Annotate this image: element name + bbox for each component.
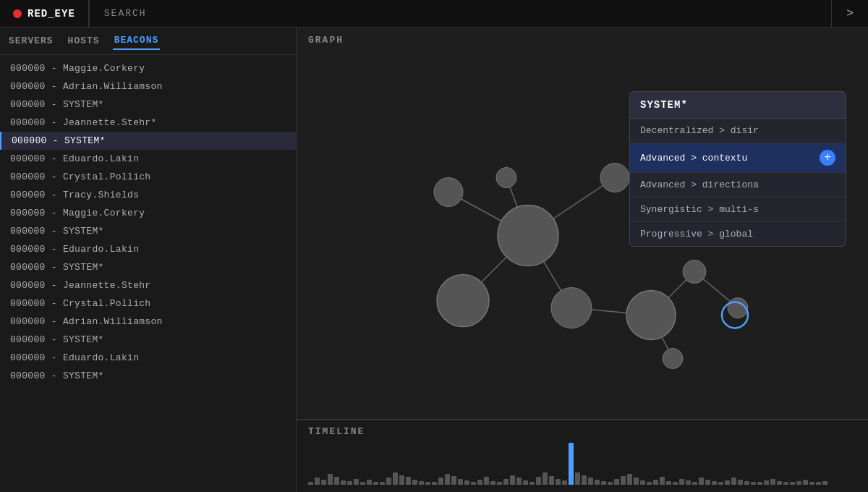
list-item[interactable]: 000000 - SYSTEM*	[0, 258, 296, 276]
timeline-bar	[542, 472, 548, 485]
svg-point-11	[496, 168, 516, 188]
timeline-bar	[653, 480, 658, 485]
popup-item[interactable]: Advanced > contextu+	[630, 143, 846, 173]
tab-bar: SERVERS HOSTS BEACONS	[0, 27, 296, 55]
popup-item[interactable]: Progressive > global	[630, 222, 846, 246]
timeline-bar	[399, 475, 404, 485]
list-item[interactable]: 000000 - Maggie.Corkery	[0, 204, 296, 222]
timeline-bar	[712, 481, 717, 485]
timeline-bar	[764, 480, 769, 485]
timeline-bar	[634, 478, 639, 485]
timeline-bar	[790, 482, 795, 485]
timeline-bar	[640, 480, 645, 485]
tab-servers[interactable]: SERVERS	[7, 33, 55, 49]
list-item[interactable]: 000000 - Maggie.Corkery	[0, 59, 296, 77]
list-item[interactable]: 000000 - Eduardo.Lakin	[0, 240, 296, 258]
timeline-bar	[438, 478, 443, 485]
search-bar[interactable]: SEARCH	[89, 0, 832, 27]
timeline-header: TIMELINE	[308, 426, 856, 437]
timeline-bar	[803, 480, 808, 485]
nav-arrow-button[interactable]: >	[832, 0, 868, 27]
timeline-bar	[347, 481, 352, 485]
right-panel: GRAPH	[297, 27, 868, 492]
beacon-list: 000000 - Maggie.Corkery000000 - Adrian.W…	[0, 55, 296, 492]
list-item[interactable]: 000000 - Adrian.Williamson	[0, 77, 296, 96]
timeline-bar	[816, 482, 821, 485]
tab-beacons[interactable]: BEACONS	[113, 32, 161, 50]
timeline-bar	[451, 476, 456, 485]
timeline-bar	[777, 481, 782, 485]
popup-items: Decentralized > disirAdvanced > contextu…	[630, 119, 846, 246]
list-item[interactable]: 000000 - Jeannette.Stehr	[0, 276, 296, 294]
top-bar: RED_EYE SEARCH >	[0, 0, 868, 27]
popup-item[interactable]: Synergistic > multi-s	[630, 198, 846, 222]
popup-item-text: Advanced > directiona	[640, 179, 759, 190]
list-item[interactable]: 000000 - Crystal.Pollich	[0, 294, 296, 313]
timeline-bar	[660, 477, 665, 485]
timeline-bar	[744, 481, 749, 485]
timeline-bar	[562, 480, 567, 485]
timeline-bar	[341, 480, 346, 485]
timeline-bar	[757, 482, 762, 485]
app-title: RED_EYE	[0, 0, 89, 27]
timeline-bar	[419, 481, 424, 485]
timeline-bar	[796, 481, 801, 485]
timeline-bar	[705, 480, 710, 485]
timeline-bar	[725, 480, 730, 485]
timeline-bar	[536, 477, 541, 485]
popup-title: SYSTEM*	[630, 92, 846, 119]
svg-point-10	[600, 164, 629, 192]
graph-header: GRAPH	[297, 27, 868, 53]
timeline-bar	[731, 478, 736, 485]
list-item[interactable]: 000000 - Eduardo.Lakin	[0, 349, 296, 367]
left-panel: SERVERS HOSTS BEACONS 000000 - Maggie.Co…	[0, 27, 297, 492]
timeline-bar	[510, 475, 515, 485]
timeline-bar	[321, 480, 326, 485]
plus-icon[interactable]: +	[820, 150, 835, 166]
list-item[interactable]: 000000 - Tracy.Shields	[0, 186, 296, 204]
list-item[interactable]: 000000 - SYSTEM*	[0, 132, 296, 150]
list-item[interactable]: 000000 - Crystal.Pollich	[0, 168, 296, 186]
timeline-bar	[770, 479, 775, 485]
svg-point-17	[663, 349, 683, 369]
list-item[interactable]: 000000 - Jeannette.Stehr*	[0, 114, 296, 132]
timeline-bar	[751, 482, 756, 485]
timeline-bar	[523, 480, 528, 485]
timeline-bar	[679, 479, 684, 485]
timeline-bar	[601, 481, 606, 485]
tab-hosts[interactable]: HOSTS	[67, 33, 101, 49]
node-popup: SYSTEM* Decentralized > disirAdvanced > …	[629, 91, 846, 247]
popup-item[interactable]: Advanced > directiona	[630, 173, 846, 198]
timeline-bar	[503, 479, 509, 485]
popup-item[interactable]: Decentralized > disir	[630, 119, 846, 143]
svg-point-12	[498, 205, 558, 266]
timeline-bar	[497, 482, 502, 485]
timeline-bar	[595, 480, 600, 485]
timeline-bar	[464, 480, 469, 485]
timeline-bar	[308, 482, 313, 485]
timeline-bar	[471, 482, 476, 485]
timeline-bar	[822, 481, 827, 485]
list-item[interactable]: 000000 - SYSTEM*	[0, 96, 296, 114]
timeline-bar	[516, 478, 522, 485]
list-item[interactable]: 000000 - SYSTEM*	[0, 331, 296, 349]
list-item[interactable]: 000000 - SYSTEM*	[0, 367, 296, 385]
timeline-bar	[809, 482, 814, 485]
list-item[interactable]: 000000 - Adrian.Williamson	[0, 313, 296, 331]
timeline-bar	[699, 478, 704, 485]
timeline-bar	[718, 482, 723, 485]
timeline-bar	[315, 478, 320, 485]
list-item[interactable]: 000000 - SYSTEM*	[0, 222, 296, 240]
svg-point-9	[434, 178, 463, 207]
timeline-bar	[673, 482, 678, 485]
timeline-bar	[477, 480, 482, 485]
timeline-bar	[425, 482, 430, 485]
svg-point-15	[626, 291, 676, 340]
popup-item-text: Synergistic > multi-s	[640, 204, 759, 215]
timeline-section: TIMELINE	[297, 420, 868, 492]
list-item[interactable]: 000000 - Eduardo.Lakin	[0, 150, 296, 168]
timeline-bar	[582, 475, 587, 485]
red-dot-icon	[13, 9, 22, 18]
timeline-bar	[647, 482, 652, 485]
timeline-bar	[367, 480, 372, 485]
